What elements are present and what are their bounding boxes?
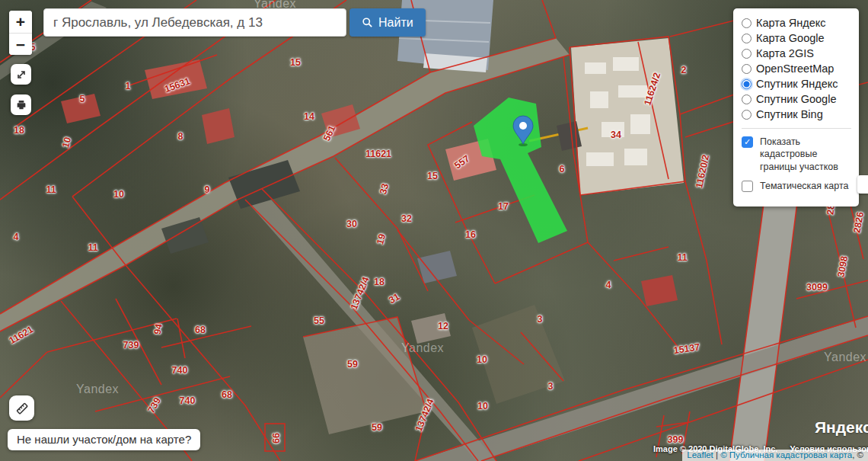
- field-patch: [303, 317, 426, 434]
- parcel-number-label: 18: [374, 277, 385, 287]
- attribution-divider: |: [716, 450, 718, 459]
- layer-option-label: Спутник Google: [756, 93, 836, 105]
- parcel-number-label: 6: [560, 165, 565, 174]
- parcel-number-label: 32: [401, 214, 412, 224]
- layer-options-group: Карта ЯндексКарта GoogleКарта 2GISOpenSt…: [742, 15, 851, 122]
- layer-option-label: Карта Яндекс: [756, 17, 826, 29]
- parcel-number-label: 12: [438, 322, 448, 331]
- layer-checkbox-label: Тематическая карта: [760, 180, 848, 192]
- layer-option-5[interactable]: Спутник Google: [742, 91, 851, 107]
- print-button[interactable]: [11, 94, 31, 115]
- parcel-number-label: 17: [498, 202, 509, 212]
- radio-icon[interactable]: [742, 49, 752, 59]
- parcel-number-label: 34: [611, 130, 621, 140]
- parcel-number-label: 5: [80, 94, 85, 104]
- radio-icon[interactable]: [742, 110, 752, 120]
- search-bar: Найти: [43, 8, 426, 37]
- yandex-logo: Яндекс: [815, 418, 868, 437]
- parcel-number-label: 8: [178, 132, 183, 142]
- layer-option-label: Карта Google: [756, 32, 825, 44]
- layer-checkbox-1[interactable]: Тематическая карта: [742, 180, 851, 192]
- parcel-number-label: 739: [123, 341, 139, 351]
- parcel-number-label: 94: [153, 323, 164, 335]
- ruler-icon: [14, 401, 30, 416]
- parcel-not-found-prompt[interactable]: Не нашли участок/дом на карте?: [8, 429, 200, 450]
- layer-option-4[interactable]: Спутник Яндекс: [742, 76, 851, 91]
- parcel-number-label: 3099: [806, 283, 828, 293]
- checkbox-icon[interactable]: [742, 181, 753, 192]
- layer-checkboxes-group: ✓Показать кадастровые границы участковТе…: [742, 136, 851, 192]
- map-watermark: Yandex: [824, 351, 866, 364]
- parcel-number-label: 68: [195, 325, 206, 335]
- parcel-number-label: 59: [372, 423, 382, 433]
- layer-option-label: Спутник Яндекс: [756, 78, 838, 90]
- parcel-number-label: 740: [172, 366, 188, 376]
- layer-option-0[interactable]: Карта Яндекс: [742, 15, 851, 30]
- fullscreen-button[interactable]: [11, 64, 31, 85]
- search-button[interactable]: Найти: [349, 8, 426, 37]
- layer-option-3[interactable]: OpenStreetMap: [742, 61, 851, 76]
- layers-panel: Карта ЯндексКарта GoogleКарта 2GISOpenSt…: [733, 8, 859, 206]
- parcel-number-label: 59: [347, 360, 358, 370]
- radio-icon[interactable]: [742, 18, 752, 28]
- parcel-number-label: 15: [290, 58, 301, 68]
- map-watermark: Yandex: [76, 383, 119, 396]
- search-icon: [362, 17, 373, 28]
- parcel-number-label: 399: [668, 435, 684, 445]
- layer-checkbox-label: Показать кадастровые границы участков: [760, 136, 851, 173]
- attribution-suffix: , ©: [852, 450, 863, 459]
- layer-option-label: Карта 2GIS: [756, 47, 814, 59]
- parcel-number-label: 11621: [365, 149, 391, 159]
- parcel-number-label: 68: [222, 390, 232, 400]
- parcel-number-label: 4: [14, 232, 19, 242]
- parcel-number-label: 10: [477, 402, 488, 411]
- radio-selected-icon[interactable]: [742, 79, 752, 89]
- parcel-number-label: 11: [677, 253, 687, 263]
- search-button-label: Найти: [378, 16, 413, 30]
- printer-icon: [15, 99, 27, 111]
- attribution-bar: Leaflet | © Публичная кадастровая карта,…: [682, 450, 868, 461]
- cadastre-link[interactable]: © Публичная кадастровая карта: [720, 450, 852, 459]
- zoom-controls: + −: [9, 11, 32, 55]
- expand-icon: [15, 69, 27, 81]
- parcel-number-label: 55: [314, 316, 324, 326]
- measure-button[interactable]: [9, 395, 34, 421]
- leaflet-link[interactable]: Leaflet: [687, 450, 713, 459]
- parcel-number-label: 4: [606, 280, 611, 290]
- panel-separator: [742, 128, 851, 129]
- layer-checkbox-0[interactable]: ✓Показать кадастровые границы участков: [742, 136, 851, 173]
- layer-option-2[interactable]: Карта 2GIS: [742, 46, 851, 61]
- radio-icon[interactable]: [742, 94, 752, 104]
- parcel-number-label: 16: [465, 230, 476, 240]
- parcel-number-label: 11: [88, 243, 97, 253]
- search-input[interactable]: [43, 8, 346, 37]
- parcel-number-label: 14: [304, 112, 314, 122]
- radio-icon[interactable]: [742, 34, 752, 43]
- parcel-number-label: 1: [126, 82, 131, 91]
- map-watermark: Yandex: [401, 341, 444, 355]
- layer-option-1[interactable]: Карта Google: [742, 30, 851, 46]
- zoom-out-button[interactable]: −: [9, 33, 32, 55]
- radio-icon[interactable]: [742, 64, 752, 74]
- parcel-number-label: 11: [46, 185, 56, 195]
- checkbox-checked-icon[interactable]: ✓: [742, 136, 753, 148]
- parcel-number-label: 10: [113, 190, 124, 200]
- parcel-number-label: 66: [272, 433, 282, 443]
- parcel-number-label: 2: [681, 66, 687, 75]
- parcel-number-label: 30: [346, 219, 357, 229]
- parcel-number-label: 3: [538, 315, 543, 325]
- panel-edge-control[interactable]: [857, 175, 868, 194]
- layer-option-6[interactable]: Спутник Bing: [742, 107, 851, 122]
- parcel-number-label: 3: [548, 382, 554, 392]
- layer-option-label: Спутник Bing: [756, 108, 823, 120]
- cadastral-map-app: 5151563118108151456111621111094111533303…: [0, 0, 868, 461]
- right-road: [729, 175, 799, 461]
- parcel-number-label: 740: [180, 396, 196, 406]
- parcel-number-label: 9: [205, 185, 210, 195]
- parcel-number-label: 10: [477, 355, 487, 365]
- parcel-number-label: 18: [14, 126, 24, 136]
- layer-option-label: OpenStreetMap: [756, 62, 834, 75]
- parcel-number-label: 15: [427, 171, 438, 181]
- zoom-in-button[interactable]: +: [9, 11, 32, 33]
